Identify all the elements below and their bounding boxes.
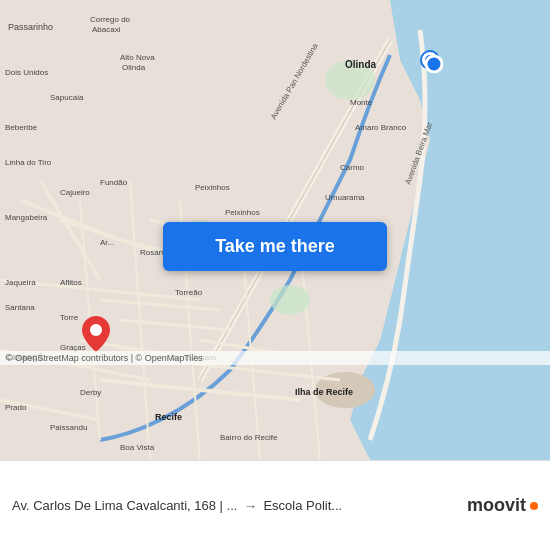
svg-text:Abacaxi: Abacaxi bbox=[92, 25, 121, 34]
destination-marker bbox=[422, 52, 438, 68]
svg-text:Dois Unidos: Dois Unidos bbox=[5, 68, 48, 77]
svg-text:Umuarama: Umuarama bbox=[325, 193, 365, 202]
svg-text:Prado: Prado bbox=[5, 403, 27, 412]
arrow-icon: → bbox=[243, 498, 257, 514]
svg-text:Recife: Recife bbox=[155, 412, 182, 422]
origin-text: Av. Carlos De Lima Cavalcanti, 168 | ... bbox=[12, 498, 237, 513]
svg-text:Olinda: Olinda bbox=[122, 63, 146, 72]
svg-point-69 bbox=[426, 56, 442, 72]
svg-text:Amaro Branco: Amaro Branco bbox=[355, 123, 407, 132]
svg-text:Torre: Torre bbox=[60, 313, 79, 322]
svg-text:Ilha de Recife: Ilha de Recife bbox=[295, 387, 353, 397]
origin-marker bbox=[82, 316, 110, 352]
svg-text:Linha do Tiro: Linha do Tiro bbox=[5, 158, 52, 167]
svg-text:Peixinhos: Peixinhos bbox=[225, 208, 260, 217]
svg-text:Cajueiro: Cajueiro bbox=[60, 188, 90, 197]
svg-text:Santana: Santana bbox=[5, 303, 35, 312]
svg-text:Corrego do: Corrego do bbox=[90, 15, 131, 24]
take-me-there-button[interactable]: Take me there bbox=[163, 222, 387, 271]
svg-text:Alto Nova: Alto Nova bbox=[120, 53, 155, 62]
svg-text:Mangabeira: Mangabeira bbox=[5, 213, 48, 222]
route-info: Av. Carlos De Lima Cavalcanti, 168 | ...… bbox=[12, 498, 467, 514]
svg-text:Boa Vista: Boa Vista bbox=[120, 443, 155, 452]
map-attribution: © OpenStreetMap contributors | © OpenMap… bbox=[0, 351, 550, 365]
svg-text:Monte: Monte bbox=[350, 98, 373, 107]
bottom-bar: Av. Carlos De Lima Cavalcanti, 168 | ...… bbox=[0, 460, 550, 550]
svg-text:Torreão: Torreão bbox=[175, 288, 203, 297]
moovit-dot bbox=[530, 502, 538, 510]
moovit-logo: moovit bbox=[467, 495, 538, 516]
svg-text:Carmo: Carmo bbox=[340, 163, 365, 172]
svg-text:Beberibe: Beberibe bbox=[5, 123, 38, 132]
svg-text:Bairro do Recife: Bairro do Recife bbox=[220, 433, 278, 442]
svg-point-26 bbox=[270, 285, 310, 315]
svg-text:Sapucaia: Sapucaia bbox=[50, 93, 84, 102]
svg-point-68 bbox=[90, 324, 102, 336]
svg-text:Ar...: Ar... bbox=[100, 238, 114, 247]
svg-text:Paissandu: Paissandu bbox=[50, 423, 87, 432]
svg-text:Derby: Derby bbox=[80, 388, 101, 397]
destination-text: Escola Polit... bbox=[263, 498, 342, 513]
moovit-text: moovit bbox=[467, 495, 526, 516]
svg-text:Fundão: Fundão bbox=[100, 178, 128, 187]
svg-text:Passarinho: Passarinho bbox=[8, 22, 53, 32]
svg-text:Olinda: Olinda bbox=[345, 59, 377, 70]
map-container: Passarinho Corrego do Abacaxi Alto Nova … bbox=[0, 0, 550, 460]
svg-text:Jaqueira: Jaqueira bbox=[5, 278, 36, 287]
svg-text:Peixinhos: Peixinhos bbox=[195, 183, 230, 192]
svg-text:Aflitos: Aflitos bbox=[60, 278, 82, 287]
